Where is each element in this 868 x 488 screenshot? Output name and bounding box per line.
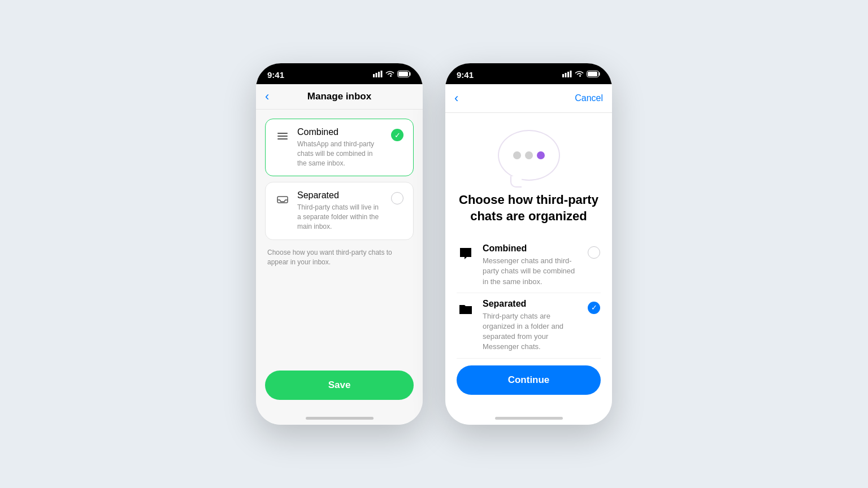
- page-title-1: Manage inbox: [307, 91, 371, 102]
- content-2: Choose how third-party chats are organiz…: [445, 113, 612, 411]
- separated-row-text: Separated Third-party chats are organize…: [483, 299, 579, 352]
- combined-row-text: Combined Messenger chats and third-party…: [483, 243, 579, 287]
- wifi-icon: [385, 71, 394, 79]
- save-bar: Save: [256, 364, 423, 411]
- separated-row-desc: Third-party chats are organized in a fol…: [483, 311, 579, 352]
- status-icons-1: [373, 71, 411, 79]
- combined-row-title: Combined: [483, 243, 579, 254]
- check-green-icon: ✓: [391, 129, 403, 141]
- svg-rect-7: [277, 136, 288, 137]
- combined-desc: WhatsApp and third-party chats will be c…: [297, 140, 384, 168]
- status-icons-2: [562, 71, 601, 79]
- inbox-icon: [275, 191, 290, 207]
- lines-icon: [275, 128, 290, 144]
- bubble-inner: [513, 151, 545, 159]
- signal-icon: [373, 71, 383, 79]
- radio-empty-2: [588, 246, 600, 259]
- svg-rect-15: [588, 72, 597, 76]
- phone-2: 9:41: [445, 63, 612, 425]
- svg-rect-2: [378, 72, 380, 77]
- folder-icon: [457, 300, 475, 318]
- status-bar-1: 9:41: [256, 63, 423, 84]
- organize-title: Choose how third-party chats are organiz…: [457, 192, 601, 224]
- separated-radio: ✓: [587, 301, 601, 315]
- time-2: 9:41: [457, 70, 474, 80]
- svg-rect-8: [277, 138, 288, 140]
- back-button-1[interactable]: ‹: [265, 89, 269, 104]
- separated-row-title: Separated: [483, 299, 579, 309]
- home-indicator-2: [445, 411, 612, 425]
- continue-bar: Continue: [457, 359, 601, 402]
- separated-check: [390, 191, 404, 205]
- home-bar-2: [495, 417, 563, 420]
- signal-icon-2: [562, 71, 572, 79]
- combined-row[interactable]: Combined Messenger chats and third-party…: [457, 238, 601, 293]
- svg-rect-11: [565, 73, 567, 77]
- status-bar-2: 9:41: [445, 63, 612, 84]
- hint-text-1: Choose how you want third-party chats to…: [265, 246, 414, 267]
- back-button-2[interactable]: ‹: [454, 91, 458, 106]
- content-1: Combined WhatsApp and third-party chats …: [256, 110, 423, 364]
- bubble-outer: [498, 130, 560, 181]
- home-bar-1: [306, 417, 374, 420]
- wifi-icon-2: [575, 71, 584, 79]
- separated-option[interactable]: Separated Third-party chats will live in…: [265, 182, 414, 239]
- svg-rect-1: [376, 73, 377, 77]
- nav-bar-2: ‹ Cancel: [445, 84, 612, 113]
- chat-illustration: [457, 113, 601, 192]
- svg-rect-13: [570, 71, 572, 77]
- dot-3: [537, 151, 545, 159]
- chat-icon: [457, 245, 475, 263]
- svg-rect-10: [562, 74, 564, 77]
- battery-icon-2: [587, 71, 601, 79]
- save-button[interactable]: Save: [265, 371, 414, 400]
- combined-option[interactable]: Combined WhatsApp and third-party chats …: [265, 119, 414, 176]
- svg-rect-6: [277, 133, 288, 134]
- battery-icon: [397, 71, 411, 79]
- combined-title: Combined: [297, 127, 384, 137]
- separated-text: Separated Third-party chats will live in…: [297, 190, 384, 231]
- check-blue-icon: ✓: [588, 302, 600, 314]
- svg-rect-3: [381, 71, 383, 77]
- continue-button[interactable]: Continue: [457, 365, 601, 395]
- nav-bar-1: ‹ Manage inbox: [256, 84, 423, 110]
- cancel-button[interactable]: Cancel: [575, 93, 603, 103]
- separated-title: Separated: [297, 190, 384, 201]
- dot-1: [513, 151, 521, 159]
- dot-2: [525, 151, 533, 159]
- phone-1: 9:41: [256, 63, 423, 425]
- bubble-tail: [510, 176, 522, 188]
- svg-rect-0: [373, 74, 375, 77]
- combined-text: Combined WhatsApp and third-party chats …: [297, 127, 384, 168]
- home-indicator-1: [256, 411, 423, 425]
- svg-rect-12: [567, 72, 569, 77]
- svg-rect-5: [398, 72, 408, 76]
- combined-row-desc: Messenger chats and third-party chats wi…: [483, 256, 579, 287]
- separated-row[interactable]: Separated Third-party chats are organize…: [457, 293, 601, 359]
- combined-check: ✓: [390, 128, 404, 142]
- time-1: 9:41: [267, 70, 284, 80]
- radio-empty-icon: [391, 192, 403, 204]
- separated-desc: Third-party chats will live in a separat…: [297, 203, 384, 231]
- combined-radio: [587, 246, 601, 259]
